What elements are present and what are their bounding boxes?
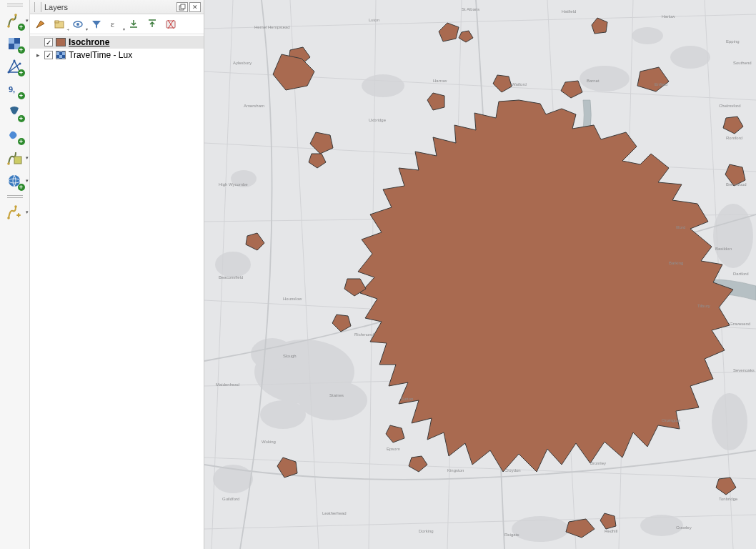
- panel-grip[interactable]: [34, 2, 41, 12]
- layers-panel-toolbar: + ▾ ε ▾: [30, 14, 204, 34]
- svg-text:Watford: Watford: [512, 82, 527, 86]
- layer-visibility-checkbox[interactable]: ✓: [44, 51, 53, 59]
- svg-text:Woking: Woking: [262, 440, 276, 444]
- collapse-all-button[interactable]: [144, 16, 160, 32]
- svg-text:Chelmsford: Chelmsford: [719, 104, 741, 108]
- layer-swatch-icon: [56, 51, 66, 59]
- svg-text:Aylesbury: Aylesbury: [233, 61, 252, 65]
- svg-text:Bromley: Bromley: [590, 461, 606, 465]
- svg-text:High Wycombe: High Wycombe: [219, 182, 248, 187]
- svg-rect-4: [9, 38, 14, 44]
- svg-point-35: [215, 252, 251, 277]
- add-spatialite-layer-button[interactable]: +: [3, 126, 27, 144]
- chevron-down-icon: ▾: [26, 155, 29, 161]
- svg-point-32: [632, 27, 663, 44]
- svg-text:ε: ε: [111, 19, 114, 29]
- layer-row-traveltime-lux[interactable]: ▸ ✓ TravelTime - Lux: [30, 49, 204, 61]
- chevron-down-icon: ▾: [26, 209, 29, 215]
- layer-tree: ✓ Isochrone ▸ ✓ TravelTime - Lux: [30, 34, 204, 549]
- svg-text:Maidenhead: Maidenhead: [216, 382, 239, 387]
- plus-badge-icon: +: [18, 46, 25, 54]
- toolbar-grip[interactable]: [4, 194, 26, 199]
- svg-text:Ilford: Ilford: [676, 225, 685, 229]
- svg-text:Croydon: Croydon: [504, 468, 521, 473]
- svg-point-15: [7, 217, 10, 219]
- svg-rect-20: [55, 21, 59, 23]
- chevron-down-icon: ▾: [26, 178, 29, 184]
- svg-text:Tilbury: Tilbury: [697, 304, 710, 308]
- add-group-button[interactable]: +: [51, 16, 67, 32]
- add-postgis-layer-button[interactable]: +: [3, 103, 27, 122]
- add-delimited-text-button[interactable]: 9, +: [3, 80, 27, 99]
- svg-point-9: [19, 63, 21, 65]
- plus-badge-icon: +: [18, 24, 25, 31]
- svg-text:Tonbridge: Tonbridge: [719, 497, 738, 501]
- add-wms-layer-button[interactable]: + ▾: [3, 172, 27, 190]
- svg-point-39: [712, 393, 747, 450]
- svg-text:Gravesend: Gravesend: [730, 322, 750, 326]
- svg-text:Hounslow: Hounslow: [283, 297, 302, 301]
- remove-layer-button[interactable]: [163, 16, 179, 32]
- svg-point-33: [362, 74, 404, 97]
- svg-text:Slough: Slough: [283, 354, 297, 358]
- expand-all-button[interactable]: [126, 16, 141, 32]
- svg-point-0: [7, 25, 10, 28]
- svg-text:Redhill: Redhill: [605, 529, 617, 533]
- add-mesh-layer-button[interactable]: +: [3, 57, 27, 76]
- svg-text:Amersham: Amersham: [244, 104, 264, 108]
- svg-text:St Albans: St Albans: [462, 7, 479, 11]
- svg-text:Luton: Luton: [369, 18, 379, 22]
- svg-rect-12: [14, 157, 21, 164]
- svg-text:Epsom: Epsom: [387, 447, 400, 451]
- layer-twisty[interactable]: ▸: [34, 51, 41, 59]
- layers-panel: Layers ✕ + ▾ ε ▾: [30, 0, 204, 549]
- detach-panel-button[interactable]: [176, 2, 188, 12]
- layer-visibility-checkbox[interactable]: ✓: [44, 38, 53, 46]
- svg-text:Staines: Staines: [329, 393, 344, 397]
- svg-text:Richmond: Richmond: [354, 332, 374, 337]
- chevron-down-icon: ▾: [86, 26, 88, 31]
- layer-row-isochrone[interactable]: ✓ Isochrone: [30, 36, 204, 49]
- plus-badge-icon: +: [18, 138, 25, 145]
- map-canvas[interactable]: Hemel Hempstead Luton St Albans Hatfield…: [204, 0, 756, 549]
- svg-text:Epping: Epping: [726, 39, 740, 44]
- svg-text:Dorking: Dorking: [419, 529, 434, 533]
- svg-text:Guildford: Guildford: [222, 497, 239, 501]
- svg-text:Harlow: Harlow: [662, 14, 675, 19]
- svg-point-16: [14, 205, 17, 208]
- svg-point-28: [299, 380, 367, 420]
- filter-legend-button[interactable]: [89, 16, 104, 32]
- svg-point-2: [14, 14, 17, 16]
- new-geopackage-button[interactable]: ▾: [3, 203, 27, 222]
- svg-point-29: [260, 400, 306, 429]
- svg-text:Hemel Hempstead: Hemel Hempstead: [254, 25, 290, 29]
- svg-text:Basildon: Basildon: [715, 247, 732, 251]
- layer-name-label: Isochrone: [69, 37, 109, 47]
- svg-point-40: [713, 204, 753, 268]
- toolbar-grip[interactable]: [4, 3, 26, 7]
- plus-badge-icon: +: [18, 69, 25, 76]
- svg-text:Sevenoaks: Sevenoaks: [733, 368, 755, 372]
- svg-text:Harrow: Harrow: [433, 79, 447, 83]
- svg-text:Romford: Romford: [726, 136, 742, 140]
- svg-point-11: [7, 162, 10, 165]
- add-vector-layer-button[interactable]: + ▾: [3, 11, 27, 30]
- svg-text:Beaconsfield: Beaconsfield: [219, 275, 243, 280]
- add-virtual-layer-button[interactable]: ▾: [3, 149, 27, 167]
- close-panel-button[interactable]: ✕: [189, 2, 201, 12]
- layer-name-label: TravelTime - Lux: [69, 50, 132, 60]
- style-override-button[interactable]: [33, 16, 49, 32]
- add-raster-layer-button[interactable]: +: [3, 34, 27, 53]
- svg-text:Hatfield: Hatfield: [562, 9, 576, 14]
- svg-text:Crawley: Crawley: [676, 525, 692, 530]
- svg-rect-18: [181, 4, 185, 9]
- svg-text:Dartford: Dartford: [733, 272, 749, 276]
- expression-filter-button[interactable]: ε ▾: [107, 16, 123, 32]
- plus-badge-icon: +: [18, 92, 25, 99]
- manage-visibility-button[interactable]: ▾: [70, 16, 86, 32]
- svg-text:Sutton: Sutton: [401, 397, 413, 401]
- svg-text:Kingston: Kingston: [447, 468, 464, 473]
- svg-text:Brentwood: Brentwood: [726, 182, 747, 187]
- plus-badge-icon: +: [18, 184, 25, 191]
- plus-badge-icon: +: [18, 115, 25, 122]
